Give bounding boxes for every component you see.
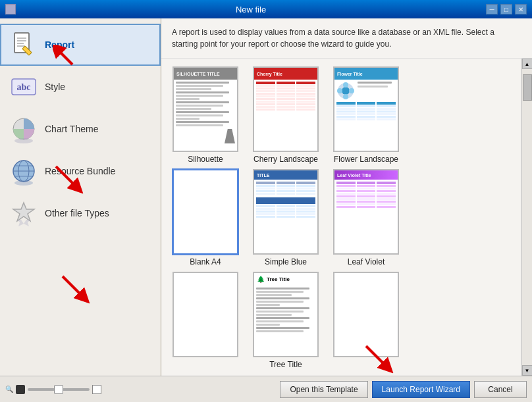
- panel-with-scroll: SILHOUETTE TITLE: [161, 59, 532, 376]
- sidebar-item-style[interactable]: abc Style: [0, 66, 161, 108]
- svg-point-20: [342, 87, 350, 95]
- app-icon: [5, 4, 16, 14]
- zoom-controls: 🔍: [5, 385, 101, 394]
- template-label-tree: Tree Title: [269, 360, 302, 369]
- template-thumb-tree: 🌲 Tree Title: [253, 272, 319, 357]
- template-thumb-flower: Flower Title: [333, 66, 399, 152]
- template-item-flower[interactable]: Flower Title: [330, 66, 402, 164]
- zoom-out-icon: 🔍: [5, 386, 13, 393]
- sidebar-resource-label: Resource Bundle: [45, 166, 115, 176]
- svg-point-23: [343, 94, 348, 99]
- template-thumb-silhouette: SILHOUETTE TITLE: [173, 66, 238, 152]
- template-item-tree[interactable]: 🌲 Tree Title: [250, 272, 322, 369]
- svg-text:abc: abc: [17, 82, 31, 92]
- template-thumb-cherry: Cherry Title: [253, 66, 319, 152]
- templates-row-1: SILHOUETTE TITLE: [169, 66, 514, 164]
- maximize-button[interactable]: □: [500, 4, 512, 14]
- bottombar: 🔍 Open this Template Launch Report Wizar…: [0, 376, 532, 402]
- titlebar: New file ─ □ ✕: [0, 0, 532, 18]
- titlebar-left: [5, 4, 16, 14]
- scroll-down-button[interactable]: ▼: [522, 365, 533, 376]
- scroll-track[interactable]: [522, 69, 532, 365]
- other-file-types-icon: [9, 199, 38, 228]
- templates-area: SILHOUETTE TITLE: [161, 59, 521, 376]
- titlebar-title: New file: [16, 5, 486, 14]
- scroll-up-button[interactable]: ▲: [522, 59, 533, 69]
- zoom-slider-container[interactable]: [16, 385, 101, 394]
- sidebar-item-resource-bundle[interactable]: Resource Bundle: [0, 150, 161, 192]
- template-label-cherry: Cherry Landscape: [253, 155, 318, 164]
- template-item-cherry[interactable]: Cherry Title: [250, 66, 322, 164]
- main-content: Report abc Style: [0, 18, 532, 376]
- template-thumb-leaf-violet: Leaf Violet Title: [333, 169, 399, 255]
- titlebar-controls: ─ □ ✕: [486, 4, 527, 14]
- template-item-blank[interactable]: Blank A4: [169, 169, 242, 266]
- sidebar-item-report[interactable]: Report: [0, 24, 161, 66]
- template-thumb-empty2: [333, 272, 399, 357]
- sidebar-other-label: Other file Types: [45, 208, 109, 218]
- svg-point-10: [14, 138, 33, 143]
- chart-theme-icon: [9, 114, 38, 143]
- cancel-button[interactable]: Cancel: [474, 381, 527, 398]
- template-label-flower: Flower Landscape: [334, 155, 398, 164]
- template-thumb-simple-blue: TITLE: [253, 169, 319, 255]
- description-area: A report is used to display values from …: [161, 18, 532, 59]
- svg-point-16: [14, 180, 33, 186]
- template-item-leaf-violet[interactable]: Leaf Violet Title: [330, 169, 402, 266]
- sidebar: Report abc Style: [0, 18, 161, 376]
- report-icon: [9, 30, 38, 59]
- template-label-simple-blue: Simple Blue: [265, 257, 307, 266]
- launch-wizard-button[interactable]: Launch Report Wizard: [372, 381, 470, 398]
- scroll-thumb[interactable]: [523, 74, 532, 101]
- zoom-right-icon: [92, 385, 101, 394]
- bottombar-buttons: Open this Template Launch Report Wizard …: [280, 381, 527, 398]
- templates-row-2: Blank A4 TITLE: [169, 169, 514, 266]
- sidebar-style-label: Style: [45, 82, 65, 92]
- sidebar-item-chart-theme[interactable]: Chart Theme: [0, 108, 161, 150]
- zoom-left-icon: [16, 385, 25, 394]
- template-thumb-empty1: [173, 272, 238, 357]
- scrollbar: ▲ ▼: [521, 59, 532, 376]
- svg-point-24: [337, 88, 342, 93]
- style-icon: abc: [9, 72, 38, 101]
- svg-point-22: [349, 88, 354, 93]
- template-item-empty1[interactable]: [169, 272, 242, 369]
- right-panel: A report is used to display values from …: [161, 18, 532, 376]
- sidebar-report-label: Report: [45, 39, 74, 50]
- svg-point-21: [343, 82, 348, 88]
- templates-row-3: 🌲 Tree Title: [169, 272, 514, 369]
- sidebar-chart-label: Chart Theme: [45, 124, 98, 134]
- open-template-button[interactable]: Open this Template: [280, 381, 367, 398]
- template-item-empty2[interactable]: [330, 272, 402, 369]
- close-button[interactable]: ✕: [515, 4, 527, 14]
- resource-bundle-icon: [9, 157, 38, 186]
- sidebar-item-other-file-types[interactable]: Other file Types: [0, 192, 161, 234]
- description-text: A report is used to display values from …: [172, 28, 494, 49]
- template-label-silhouette: Silhouette: [188, 155, 223, 164]
- template-label-leaf-violet: Leaf Violet: [348, 257, 385, 266]
- template-label-blank: Blank A4: [190, 257, 221, 266]
- svg-marker-18: [17, 220, 30, 226]
- template-item-simple-blue[interactable]: TITLE: [250, 169, 322, 266]
- template-item-silhouette[interactable]: SILHOUETTE TITLE: [169, 66, 242, 164]
- minimize-button[interactable]: ─: [486, 4, 498, 14]
- template-thumb-blank: [173, 169, 238, 255]
- zoom-slider[interactable]: [28, 388, 90, 391]
- svg-marker-17: [13, 203, 34, 221]
- zoom-thumb[interactable]: [54, 385, 63, 394]
- other-arrow: [59, 273, 92, 306]
